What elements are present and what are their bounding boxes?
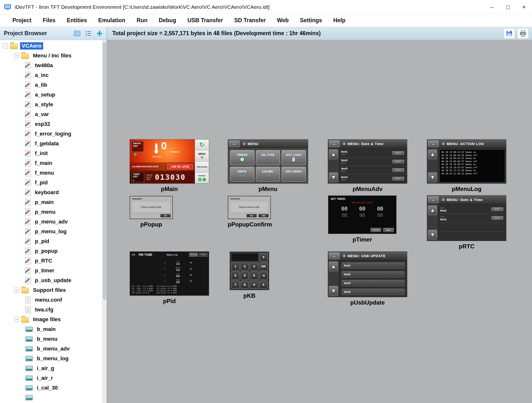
tab-warm-up[interactable]: Warm Up <box>189 253 198 257</box>
close-button[interactable]: × <box>516 0 532 14</box>
tree-item-support-files[interactable]: −Support files <box>0 285 102 295</box>
key-6[interactable]: 6 <box>250 271 258 280</box>
save-button[interactable]: Save <box>383 228 394 232</box>
page-thumb-pmenulog[interactable]: ← ⚙ MENU: ACTION LOG ▲ ▼ 04.10.19 08:33:… <box>427 139 506 192</box>
tree-item-a-var[interactable]: a_var <box>0 109 102 119</box>
key-8[interactable]: 8 <box>241 281 249 289</box>
prtc-screen[interactable]: ← ⚙ MENU: Date & Time ▲ ▼ DateItem1 ED <box>427 195 506 241</box>
tree-item-vcaero[interactable]: −VCAero <box>0 41 102 51</box>
no-button[interactable]: NO <box>246 214 257 217</box>
scroll-up-button[interactable]: ▲ <box>428 149 437 159</box>
maximize-button[interactable]: □ <box>500 0 516 14</box>
tree-item-menu-inc-files[interactable]: −Menu / Inc files <box>0 51 102 61</box>
smoke-indicator-cell[interactable]: ↻ <box>195 139 209 150</box>
menu-sd-transfer[interactable]: SD Transfer <box>229 17 271 24</box>
scroll-up-button[interactable]: ▲ <box>329 262 338 271</box>
back-button[interactable]: ← <box>428 140 439 147</box>
kd-plus-button[interactable]: + <box>189 273 193 277</box>
target-plus-button[interactable]: + <box>198 178 202 181</box>
tree-item-p-pid[interactable]: p_pid <box>0 236 102 246</box>
key-4[interactable]: 4 <box>231 271 240 280</box>
target-cell[interactable]: TARGET + - <box>195 173 209 183</box>
pmenuadv-screen[interactable]: ← ⚙ MENU: Date & Time ▲ ▼ Item1Item1 E <box>328 139 407 184</box>
kd-minus-button[interactable]: - <box>163 273 167 277</box>
tree-item-b-main[interactable]: b_main <box>0 324 102 334</box>
tree-item-p-timer[interactable]: p_timer <box>0 266 102 276</box>
tree-item-p-rtc[interactable]: p_RTC <box>0 256 102 266</box>
scroll-up-button[interactable]: ▲ <box>428 205 437 215</box>
edit-button[interactable]: EDIT <box>392 168 404 172</box>
ki-plus-button[interactable]: + <box>189 267 193 271</box>
page-thumb-pkb[interactable]: X 1 2 3 OK 4 5 6 ◄ 7 8 9 0 pKB <box>229 251 269 299</box>
tree-item-f-init[interactable]: f_init <box>0 148 102 158</box>
menu-debug[interactable]: Debug <box>153 17 182 24</box>
kf-plus-button[interactable]: + <box>189 279 193 283</box>
usb-item-4[interactable]: Item4 <box>342 289 405 295</box>
minutes-minus-button[interactable]: - <box>360 213 365 217</box>
menu-button-units[interactable]: UNITS <box>230 167 254 182</box>
page-thumb-ppopup[interactable]: Attention! Please connect USB. OK pPopup <box>130 196 173 228</box>
kp-plus-button[interactable]: + <box>189 261 193 265</box>
pusbupdate-screen[interactable]: ← ⚙ MENU: USB UPDATE ▲ ▼ Item1 Item2 Ite… <box>328 251 407 297</box>
tree-item-b-menu[interactable]: b_menu <box>0 334 102 344</box>
key-5[interactable]: 5 <box>241 271 249 280</box>
tree-item-keyboard[interactable]: keyboard <box>0 188 102 197</box>
expand-collapse-toggle[interactable]: − <box>14 288 19 293</box>
key-ok[interactable]: OK <box>259 262 268 271</box>
ok-button[interactable]: OK <box>160 214 171 217</box>
menu-run[interactable]: Run <box>131 17 153 24</box>
menu-emulation[interactable]: Emulation <box>92 17 131 24</box>
usb-item-1[interactable]: Item1 <box>342 262 405 269</box>
scrollbar-thumb[interactable] <box>103 42 106 300</box>
key-9[interactable]: 9 <box>250 281 258 289</box>
key-1[interactable]: 1 <box>231 262 240 271</box>
page-thumb-prtc[interactable]: ← ⚙ MENU: Date & Time ▲ ▼ DateItem1 ED <box>427 195 506 250</box>
ppopup-screen[interactable]: Attention! Please connect USB. OK <box>130 196 173 219</box>
edit-button[interactable]: EDIT <box>392 177 404 180</box>
edit-time-button[interactable]: EDIT <box>491 216 503 220</box>
menu-help[interactable]: Help <box>328 17 351 24</box>
key-3[interactable]: 3 <box>250 262 258 271</box>
edit-button[interactable]: EDIT <box>392 151 404 155</box>
tree-item-b-menu-log[interactable]: b_menu_log <box>0 354 102 363</box>
tree-item-menu-conf[interactable]: menu.conf <box>0 295 102 305</box>
tree-item-a-setup[interactable]: a_setup <box>0 90 102 100</box>
usb-item-3[interactable]: Item3 <box>342 280 405 286</box>
tree-item-b-menu-adv[interactable]: b_menu_adv <box>0 344 102 354</box>
menu-usb-transfer[interactable]: USB Transfer <box>182 17 229 24</box>
pressure-cell[interactable]: PRESSURE <box>195 162 209 173</box>
save-button[interactable] <box>504 28 515 39</box>
menu-button-act-logs[interactable]: ACT. LOGS <box>282 150 306 165</box>
cancel-button[interactable]: Cancel <box>370 228 381 232</box>
key-2[interactable]: 2 <box>241 262 249 271</box>
back-button[interactable]: ← <box>428 196 439 203</box>
tree-item-esp32[interactable]: esp32 <box>0 119 102 129</box>
tree-item-p-menu-adv[interactable]: p_menu_adv <box>0 217 102 227</box>
expand-collapse-toggle[interactable]: − <box>14 317 19 322</box>
edit-button[interactable]: EDIT <box>392 160 404 163</box>
page-thumb-ptimer[interactable]: SET TIMER: Maximum value: 060000 00 - 00… <box>328 195 397 243</box>
tree-item-f-pid[interactable]: f_pid <box>0 178 102 188</box>
grid-view-button[interactable] <box>72 29 82 38</box>
back-button[interactable]: ← <box>329 140 340 147</box>
yes-button[interactable]: YES <box>258 214 269 217</box>
back-button[interactable]: << <box>132 253 135 256</box>
list-view-button[interactable] <box>83 29 93 38</box>
tree-item-p-main[interactable]: p_main <box>0 197 102 207</box>
page-thumb-pusbupdate[interactable]: ← ⚙ MENU: USB UPDATE ▲ ▼ Item1 Item2 Ite… <box>328 251 407 306</box>
back-button[interactable]: ← <box>329 253 340 259</box>
tree-item-image-files[interactable]: −Image files <box>0 315 102 324</box>
menu-button-timers[interactable]: TIMERS <box>230 150 254 165</box>
scroll-down-button[interactable]: ▼ <box>329 286 338 296</box>
tab-smoke[interactable]: Smoke <box>199 253 208 257</box>
tree-item-p-usb-update[interactable]: p_usb_update <box>0 276 102 285</box>
tree-item-p-menu-log[interactable]: p_menu_log <box>0 227 102 236</box>
tree-item-i-air-g[interactable]: i_air_g <box>0 363 102 373</box>
timer-toggle-button[interactable]: TIMER OFF ● <box>132 172 144 182</box>
tree-item-i-air-r[interactable]: i_air_r <box>0 373 102 383</box>
menu-files[interactable]: Files <box>37 17 61 24</box>
pmain-screen[interactable]: SMOKE OFF ♣ 0 HEATER TARGET: CALIBRATION… <box>130 139 209 184</box>
tree-item-clipped[interactable] <box>0 393 102 403</box>
tree-item-a-style[interactable]: a_style <box>0 100 102 109</box>
tree-item-p-popup[interactable]: p_popup <box>0 246 102 256</box>
